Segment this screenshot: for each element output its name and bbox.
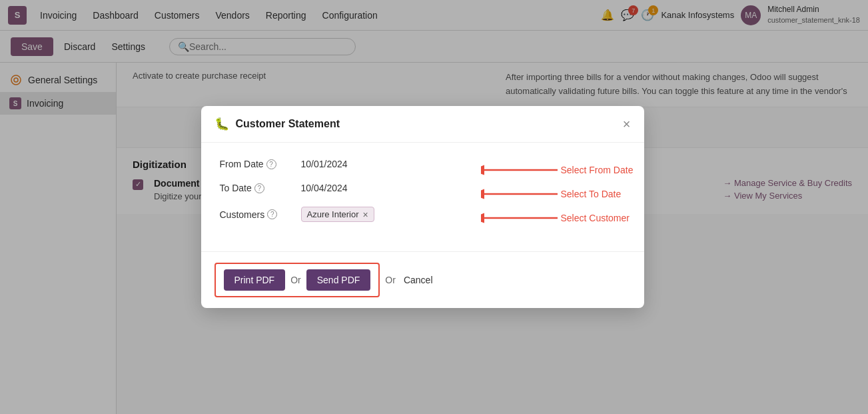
customers-label: Customers ? bbox=[220, 209, 293, 220]
customers-row: Customers ? Azure Interior × bbox=[220, 207, 626, 222]
modal-overlay: 🐛 Customer Statement × From Date ? 10/01… bbox=[0, 0, 868, 414]
modal-wrapper: 🐛 Customer Statement × From Date ? 10/01… bbox=[201, 106, 667, 308]
customer-tag-remove[interactable]: × bbox=[363, 210, 368, 219]
or-text-2: Or bbox=[385, 275, 396, 285]
customer-tag-container: Azure Interior × bbox=[301, 207, 374, 222]
print-pdf-button[interactable]: Print PDF bbox=[224, 269, 286, 291]
from-date-label: From Date ? bbox=[220, 159, 293, 169]
modal-close-button[interactable]: × bbox=[623, 117, 631, 131]
modal-title-icon: 🐛 bbox=[215, 117, 229, 131]
customer-tag: Azure Interior × bbox=[301, 207, 374, 222]
to-date-row: To Date ? 10/04/2024 bbox=[220, 183, 626, 193]
from-date-value[interactable]: 10/01/2024 bbox=[301, 159, 348, 169]
or-text-1: Or bbox=[290, 275, 301, 285]
modal-title: Customer Statement bbox=[236, 118, 616, 130]
modal-footer: Print PDF Or Send PDF Or Cancel bbox=[201, 251, 644, 308]
customer-statement-modal: 🐛 Customer Statement × From Date ? 10/01… bbox=[201, 106, 644, 308]
footer-actions-box: Print PDF Or Send PDF bbox=[215, 263, 380, 297]
modal-header: 🐛 Customer Statement × bbox=[201, 106, 644, 143]
to-date-value[interactable]: 10/04/2024 bbox=[301, 183, 348, 193]
cancel-button[interactable]: Cancel bbox=[401, 269, 436, 291]
to-date-help[interactable]: ? bbox=[254, 183, 264, 193]
modal-body: From Date ? 10/01/2024 To Date ? 10/04/2… bbox=[201, 143, 644, 251]
send-pdf-button[interactable]: Send PDF bbox=[306, 269, 371, 291]
to-date-label: To Date ? bbox=[220, 183, 293, 193]
from-date-help[interactable]: ? bbox=[266, 159, 276, 169]
from-date-row: From Date ? 10/01/2024 bbox=[220, 159, 626, 169]
customer-tag-label: Azure Interior bbox=[307, 209, 359, 219]
customers-help[interactable]: ? bbox=[267, 209, 277, 219]
